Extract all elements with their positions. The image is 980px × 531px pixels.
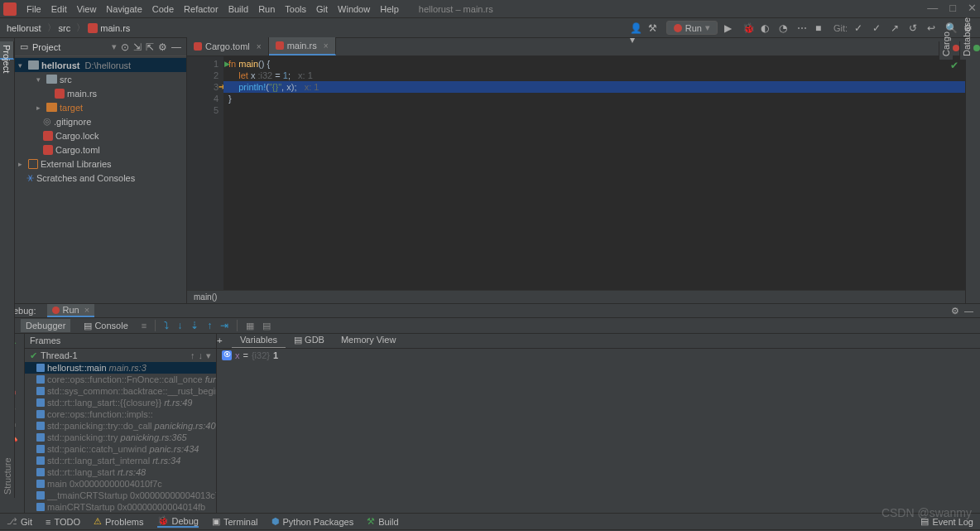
stack-frame[interactable]: hellorust::main main.rs:3 — [25, 362, 216, 374]
tree-src[interactable]: ▾src — [15, 72, 186, 86]
tree-cargotoml[interactable]: Cargo.toml — [15, 142, 186, 157]
menu-view[interactable]: View — [72, 2, 102, 16]
step-into-icon[interactable]: ↓ — [177, 320, 182, 331]
breadcrumb-folder[interactable]: src — [59, 23, 71, 33]
git-push-icon[interactable]: ↗ — [891, 22, 902, 34]
stack-frame[interactable]: std::panicking::try panicking.rs:365 — [25, 432, 216, 443]
run-play-icon[interactable]: ▶ — [724, 22, 736, 34]
tab-main-rs[interactable]: main.rs× — [269, 37, 336, 56]
git-history-icon[interactable]: ↺ — [909, 22, 920, 34]
menu-edit[interactable]: Edit — [46, 2, 72, 16]
chevron-down-icon[interactable]: ▾ — [206, 350, 211, 361]
stack-frame[interactable]: mainCRTStartup 0x00000000004014fb — [25, 501, 216, 513]
run-config-selector[interactable]: Run▾ — [666, 21, 718, 35]
settings-gear-icon[interactable]: ⚙ — [951, 306, 959, 316]
select-opened-icon[interactable]: ⊙ — [121, 41, 129, 53]
tool-build[interactable]: ⚒Build — [367, 516, 398, 527]
add-watch-icon[interactable]: + — [217, 334, 232, 348]
code-editor[interactable]: 1▶ 2 3➔⊘ 4 5 fn main() { let x :i32 = 1;… — [187, 56, 965, 290]
maximize-icon[interactable]: □ — [949, 2, 956, 14]
menu-file[interactable]: File — [22, 2, 46, 16]
settings-gear-icon[interactable]: ⚙ — [158, 41, 167, 53]
stack-frame[interactable]: std::rt::lang_start::{{closure}} rt.rs:4… — [25, 397, 216, 408]
menu-window[interactable]: Window — [333, 2, 375, 16]
profile-icon[interactable]: ◔ — [779, 22, 790, 34]
tool-problems[interactable]: ⚠Problems — [94, 516, 143, 527]
stack-frame[interactable]: main 0x00000000004010f7c — [25, 478, 216, 490]
menu-code[interactable]: Code — [147, 2, 179, 16]
code-area[interactable]: fn main() { let x :i32 = 1; x: 1 println… — [223, 56, 965, 290]
tree-scratches[interactable]: ⚹Scratches and Consoles — [15, 171, 186, 185]
variables-tab[interactable]: Variables — [232, 334, 286, 348]
git-revert-icon[interactable]: ↩ — [927, 22, 939, 34]
stack-frame[interactable]: std::rt::lang_start rt.rs:48 — [25, 466, 216, 478]
menu-tools[interactable]: Tools — [280, 2, 311, 16]
step-out-icon[interactable]: ↑ — [207, 320, 212, 331]
stack-frame[interactable]: std::panicking::try::do_call panicking.r… — [25, 420, 216, 432]
stack-frame[interactable]: core::ops::function::impls:: — [25, 408, 216, 420]
evaluate-icon[interactable]: ▦ — [246, 321, 254, 331]
gdb-tab[interactable]: ▤ GDB — [286, 334, 333, 348]
close-icon[interactable]: ✕ — [968, 2, 977, 14]
menu-help[interactable]: Help — [375, 2, 404, 16]
close-icon[interactable]: × — [324, 41, 329, 51]
debugger-tab[interactable]: Debugger — [21, 319, 70, 332]
add-user-icon[interactable]: 👤▾ — [630, 22, 641, 34]
tool-terminal[interactable]: ▣Terminal — [212, 516, 258, 527]
tool-tab-project[interactable]: Project — [0, 41, 14, 60]
collapse-icon[interactable]: ⇱ — [146, 41, 154, 53]
menu-run[interactable]: Run — [253, 2, 280, 16]
memory-view-tab[interactable]: Memory View — [333, 334, 404, 348]
menu-build[interactable]: Build — [223, 2, 253, 16]
menu-refactor[interactable]: Refactor — [179, 2, 223, 16]
tree-external-libs[interactable]: ▸External Libraries — [15, 157, 186, 171]
stack-frame[interactable]: std::rt::lang_start_internal rt.rs:34 — [25, 455, 216, 466]
console-tab[interactable]: ▤ Console — [79, 319, 132, 333]
stack-frame[interactable]: core::ops::function::FnOnce::call_once f… — [25, 374, 216, 385]
git-update-icon[interactable]: ✓ — [854, 22, 866, 34]
git-commit-icon[interactable]: ✓ — [872, 22, 884, 34]
tab-cargo-toml[interactable]: Cargo.toml× — [187, 37, 269, 56]
minimize-icon[interactable]: — — [927, 2, 938, 14]
prev-frame-icon[interactable]: ↑ — [190, 350, 195, 361]
menu-navigate[interactable]: Navigate — [101, 2, 147, 16]
run-to-cursor-icon[interactable]: ⇥ — [220, 320, 228, 331]
tool-python[interactable]: ⬢Python Packages — [271, 516, 354, 527]
close-icon[interactable]: × — [84, 305, 89, 315]
debug-bug-icon[interactable]: 🐞 — [742, 22, 754, 34]
stack-frame[interactable]: std::sys_common::backtrace::__rust_begin… — [25, 385, 216, 397]
close-icon[interactable]: × — [257, 42, 262, 51]
tree-gitignore[interactable]: ◎.gitignore — [15, 114, 186, 128]
next-frame-icon[interactable]: ↓ — [199, 350, 204, 361]
tool-tab-favorites[interactable]: Favorites — [0, 303, 1, 498]
expand-icon[interactable]: ⇲ — [133, 41, 142, 53]
attach-icon[interactable]: ⋯ — [797, 22, 809, 34]
stop-icon[interactable]: ■ — [815, 22, 827, 34]
menu-git[interactable]: Git — [311, 2, 333, 16]
trace-icon[interactable]: ▤ — [262, 321, 271, 331]
hide-icon[interactable]: — — [171, 41, 181, 53]
tool-tab-structure[interactable]: Structure — [1, 303, 14, 498]
project-header-label[interactable]: Project — [32, 42, 108, 52]
variable-row[interactable]: ⦿ x = {i32} 1 — [222, 350, 975, 360]
coverage-icon[interactable]: ◐ — [761, 22, 772, 34]
tool-todo[interactable]: ≡TODO — [46, 517, 80, 527]
thread-selector[interactable]: ✔ Thread-1 ↑↓▾ — [25, 349, 216, 362]
step-over-icon[interactable]: ⤵ — [164, 320, 169, 331]
breadcrumb-project[interactable]: hellorust — [7, 23, 41, 33]
debug-session-tab[interactable]: Run× — [47, 304, 94, 317]
analysis-ok-icon[interactable]: ✔ — [950, 60, 958, 71]
hide-icon[interactable]: — — [964, 306, 973, 316]
chevron-down-icon[interactable]: ▾ — [112, 41, 117, 52]
force-step-into-icon[interactable]: ⇣ — [190, 320, 199, 331]
tree-target[interactable]: ▸target — [15, 100, 186, 114]
editor-breadcrumb[interactable]: main() — [187, 290, 965, 303]
breadcrumb-file[interactable]: main.rs — [100, 23, 130, 33]
tool-debug[interactable]: 🐞Debug — [157, 515, 199, 528]
tool-tab-cargo[interactable]: Cargo — [939, 41, 953, 60]
tool-tab-database[interactable]: Database — [959, 41, 973, 60]
tool-git[interactable]: ⎇Git — [7, 516, 32, 527]
build-hammer-icon[interactable]: ⚒ — [648, 22, 660, 34]
tree-main[interactable]: main.rs — [15, 86, 186, 100]
tree-root[interactable]: ▾hellorustD:\hellorust — [15, 58, 186, 72]
